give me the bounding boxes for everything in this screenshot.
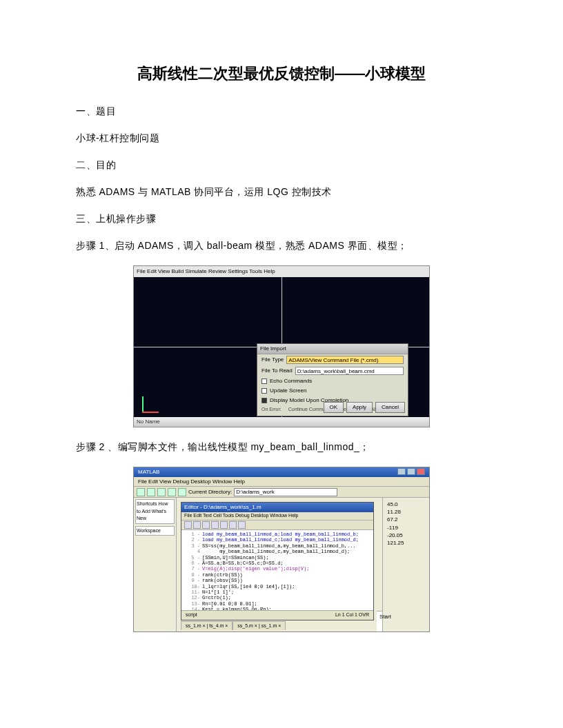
ok-button[interactable]: OK (324, 402, 344, 413)
matlab-toolbar: Current Directory: (134, 487, 429, 498)
editor-new-icon[interactable] (184, 521, 192, 529)
code-line[interactable]: 7 -V=eig(A);disp('eigen value');disp(V); (183, 566, 372, 572)
update-screen-checkbox[interactable]: Update Screen (257, 386, 408, 396)
filetype-field[interactable] (286, 356, 404, 364)
code-line[interactable]: 6 -A=SS.a;B=SS.b;C=SS.c;D=SS.d; (183, 560, 372, 566)
output-value: 11.28 (387, 508, 425, 516)
code-line[interactable]: 3 -SS=ss(my_beam_ball_linmod_a,my_beam_b… (183, 543, 372, 549)
apply-button[interactable]: Apply (346, 402, 373, 413)
start-button[interactable]: Start (379, 614, 391, 620)
editor-tab-group-b[interactable]: ss_5.m × | ss_1.m × (233, 621, 286, 631)
filetype-label: File Type (261, 356, 284, 364)
maximize-icon[interactable] (407, 468, 415, 475)
output-value: -119 (387, 524, 425, 532)
editor-undo-icon[interactable] (220, 521, 228, 529)
open-icon[interactable] (147, 488, 155, 496)
output-value: 45.0 (387, 501, 425, 508)
echo-commands-checkbox[interactable]: Echo Commands (257, 376, 408, 386)
output-value: 121.25 (387, 539, 425, 547)
editor-run-icon[interactable] (238, 521, 246, 529)
editor-code-area[interactable]: 1 -load my_beam_ball_linmod_a;load my_be… (181, 530, 373, 610)
matlab-right-panel: 45.011.2867.2-119-20.05121.25 (382, 498, 429, 631)
close-icon[interactable] (417, 468, 425, 475)
matlab-title: MATLAB (138, 468, 159, 476)
matlab-titlebar: MATLAB (134, 467, 429, 477)
matlab-editor-window: Editor - D:\adams_work\ss_1.m File Edit … (181, 502, 374, 620)
matlab-screenshot: MATLAB File Edit View Debug Desktop Wind… (133, 467, 430, 632)
section-2-body: 熟悉 ADAMS 与 MATLAB 协同平台，运用 LQG 控制技术 (76, 185, 487, 199)
editor-open-icon[interactable] (193, 521, 201, 529)
section-2-heading: 二、目的 (76, 158, 487, 172)
editor-print-icon[interactable] (211, 521, 219, 529)
code-line[interactable]: 8 -rank(ctrb(SS)) (183, 572, 372, 578)
code-line[interactable]: 10-l_lqr=lqr(SS,[1e4 0;0 1e4],[1]); (183, 584, 372, 589)
editor-tab-group-a[interactable]: ss_1.m × | ts_4.m × (181, 621, 233, 631)
adams-axis-triad (142, 394, 161, 413)
code-line[interactable]: 1 -load my_beam_ball_linmod_a;load my_be… (183, 532, 372, 537)
code-line[interactable]: 13-Rn=[0.01 0;0 0.01]; (183, 601, 372, 607)
matlab-menubar[interactable]: File Edit View Debug Desktop Window Help (134, 477, 429, 487)
cd-label: Current Directory: (188, 488, 232, 496)
code-line[interactable]: 4 my_beam_ball_linmod_c,my_beam_ball_lin… (183, 549, 372, 554)
paste-icon[interactable] (178, 488, 186, 496)
code-line[interactable]: 5 -[SSmin,U]=SSmincan(SS); (183, 555, 372, 560)
cut-icon[interactable] (157, 488, 166, 496)
output-value: 67.2 (387, 516, 425, 523)
fileread-label: File To Read (261, 367, 293, 375)
code-line[interactable]: 2 -load my_beam_ball_linmod_c;load my_be… (183, 537, 372, 543)
new-icon[interactable] (137, 488, 145, 496)
matlab-workspace-panel: Shortcuts How to Add What's New Workspac… (134, 498, 177, 631)
section-1-body: 小球-杠杆控制问题 (76, 131, 487, 145)
editor-redo-icon[interactable] (229, 521, 237, 529)
code-line[interactable]: 11-N=l*[1 1]'; (183, 589, 372, 595)
section-3-heading: 三、上机操作步骤 (76, 212, 487, 226)
code-line[interactable]: 12-G=ctrb(1); (183, 595, 372, 600)
editor-status-left: script (186, 611, 197, 619)
cancel-button[interactable]: Cancel (375, 402, 405, 413)
editor-title: Editor - D:\adams_work\ss_1.m (184, 503, 261, 512)
workspace-header: Workspace (135, 526, 175, 536)
section-1-heading: 一、题目 (76, 104, 487, 119)
output-value: -20.05 (387, 532, 425, 539)
step-2-text: 步骤 2 、编写脚本文件，输出线性模型 my_beam_ball_linmod_… (76, 440, 487, 454)
editor-status-right: Ln 1 Col 1 OVR (335, 611, 369, 619)
minimize-icon[interactable] (397, 468, 406, 475)
current-directory-field[interactable] (234, 488, 337, 496)
adams-file-import-dialog: File Import File Type File To Read Echo … (257, 343, 408, 416)
matlab-command-window[interactable]: Start (377, 611, 382, 631)
shortcuts-bar[interactable]: Shortcuts How to Add What's New (135, 499, 175, 524)
adams-dialog-title: File Import (257, 344, 408, 354)
document-title: 高斯线性二次型最优反馈控制——小球模型 (76, 62, 487, 85)
copy-icon[interactable] (168, 488, 176, 496)
adams-statusbar: No Name (134, 417, 429, 427)
adams-screenshot: File Edit View Build Simulate Review Set… (133, 265, 430, 427)
step-1-text: 步骤 1、启动 ADAMS，调入 ball-beam 模型，熟悉 ADAMS 界… (76, 239, 487, 253)
editor-save-icon[interactable] (202, 521, 210, 529)
code-line[interactable]: 9 -rank(obsv(SS)) (183, 578, 372, 583)
adams-menubar[interactable]: File Edit View Build Simulate Review Set… (134, 266, 429, 277)
editor-menubar[interactable]: File Edit Text Cell Tools Debug Desktop … (181, 512, 373, 520)
fileread-field[interactable] (295, 367, 404, 375)
editor-toolbar (181, 520, 373, 530)
